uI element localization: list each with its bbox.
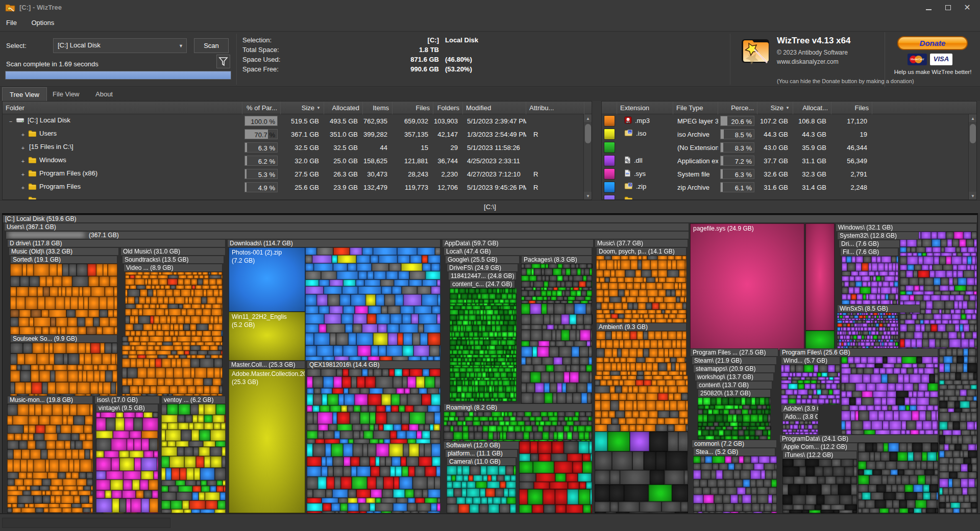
treemap-folder-bar[interactable]: Software\ (12.0 GB): [444, 441, 519, 449]
ext-header-6[interactable]: Files: [831, 102, 872, 114]
treemap-folder-bar[interactable]: D drive\ (117.8 GB): [7, 239, 226, 247]
menu-file[interactable]: File: [0, 15, 23, 27]
treemap-folder-bar[interactable]: System32\ (12.8 GB): [837, 232, 919, 240]
treemap-folder-bar[interactable]: Video ... (8.9 GB): [124, 264, 223, 272]
treemap-folder-bar[interactable]: (367.1 GB): [6, 231, 689, 239]
minimize-button[interactable]: [920, 2, 937, 13]
scroll-down-icon[interactable]: ▼: [969, 192, 977, 199]
scroll-thumb[interactable]: [970, 124, 976, 143]
treemap-folder-bar[interactable]: AppData\ (59.7 GB): [442, 239, 594, 247]
treemap-folder-bar[interactable]: workshop\ (13.7 GB): [695, 373, 774, 381]
treemap-block-pagefile.sys (24.9 GB)[interactable]: pagefile.sys (24.9 GB): [690, 223, 804, 350]
treemap-folder-bar[interactable]: Doom, psych, p... (14.1 GB): [596, 247, 687, 256]
treemap-folder-bar[interactable]: Wind... (5.7 GB): [781, 357, 840, 365]
scroll-up-icon[interactable]: ▲: [969, 114, 977, 122]
tree-row-partial[interactable]: [3, 194, 592, 200]
tree-header-3[interactable]: Allocated: [324, 102, 363, 114]
treemap-folder-bar[interactable]: Sorted\ (19.1 GB): [10, 256, 117, 264]
extension-scrollbar[interactable]: ▲ ▼: [968, 114, 976, 199]
ext-header-0[interactable]: [602, 102, 617, 114]
treemap-folder-bar[interactable]: Music-mon... (19.8 GB): [7, 396, 93, 404]
title-bar[interactable]: [C:] - WizTree ✕: [0, 0, 980, 15]
tree-row-Windows[interactable]: +Windows6.2 %32.0 GB25.0 GB158,625121,88…: [3, 154, 592, 167]
ext-row-.mp3[interactable]: MP3.mp3MPEG layer 320.6 %107.2 GB106.8 G…: [602, 114, 976, 128]
tree-row-Program Files[interactable]: +Program Files4.9 %25.6 GB23.9 GB132,479…: [3, 181, 592, 194]
treemap-block[interactable]: [805, 223, 835, 331]
treemap-block-Photos-001 (2).zip[interactable]: Photos-001 (2).zip(7.2 GB): [229, 247, 305, 312]
treemap-folder-bar[interactable]: Ado... (3.8 GB): [782, 413, 818, 421]
website-link[interactable]: www.diskanalyzer.com: [777, 58, 839, 65]
ext-header-4[interactable]: Size▼: [757, 102, 793, 114]
ext-row-partial[interactable]: [602, 194, 976, 200]
ext-header-1[interactable]: Extension: [617, 102, 673, 114]
treemap-folder-bar[interactable]: content\ (13.7 GB): [696, 381, 772, 389]
tree-row-Program Files (x86)[interactable]: +Program Files (x86)5.3 %27.5 GB26.3 GB3…: [3, 167, 592, 181]
expand-icon[interactable]: +: [20, 145, 26, 151]
treemap-folder-bar[interactable]: [C:] Local Disk (519.6 GB): [3, 215, 977, 223]
treemap-folder-bar[interactable]: Music\ (37.7 GB): [595, 239, 688, 247]
treemap-folder-bar[interactable]: Roaming\ (8.2 GB): [444, 403, 592, 412]
collapse-icon[interactable]: −: [8, 118, 14, 124]
ext-row-.zip[interactable]: Z.zipzip Archive6.1 %31.6 GB31.4 GB2,248: [602, 181, 976, 194]
drive-select-dropdown[interactable]: [C:] Local Disk ▼: [53, 38, 187, 53]
donate-button[interactable]: Donate: [897, 36, 968, 50]
tree-header-8[interactable]: Attribu...: [526, 102, 584, 114]
tab-about[interactable]: About: [88, 87, 120, 101]
ext-header-2[interactable]: File Type: [673, 102, 718, 114]
treemap-folder-bar[interactable]: Ambient\ (9.3 GB): [596, 323, 687, 331]
treemap-folder-bar[interactable]: Local\ (47.4 GB): [444, 247, 592, 256]
treemap-folder-bar[interactable]: vintage\ (9.5 GB): [96, 404, 158, 412]
maximize-button[interactable]: [939, 2, 957, 13]
ext-row-.iso[interactable]: iso.isoiso Archive8.5 %44.3 GB44.3 GB19: [602, 128, 976, 141]
treemap-folder-bar[interactable]: Dri... (7.6 GB): [839, 240, 900, 248]
treemap-block-Adobe.Master.Collection.20[interactable]: Adobe.Master.Collection.20(25.3 GB): [229, 369, 305, 513]
treemap-folder-bar[interactable]: Packages\ (8.3 GB): [521, 256, 592, 264]
scroll-down-icon[interactable]: ▼: [584, 192, 592, 199]
treemap-folder-bar[interactable]: ProgramData\ (24.1 GB): [779, 435, 938, 443]
tree-row-[15 Files in C:\][interactable]: +[15 Files in C:\]6.3 %32.5 GB32.5 GB441…: [3, 141, 592, 154]
treemap[interactable]: pagefile.sys (24.9 GB)Photos-001 (2).zip…: [3, 215, 977, 513]
treemap-folder-bar[interactable]: Program Files ... (27.5 GB): [690, 348, 778, 357]
treemap-folder-bar[interactable]: Fil... (7.6 GB): [840, 248, 898, 256]
tree-row-Users[interactable]: +Users70.7 %367.1 GB351.0 GB399,282357,1…: [3, 128, 592, 141]
tree-row-[C:] Local Disk[interactable]: −[C:] Local Disk100.0 %519.5 GB493.5 GB7…: [3, 114, 592, 128]
treemap-folder-bar[interactable]: Soulseek So... (9.9 GB): [10, 335, 117, 343]
treemap-folder-bar[interactable]: content_c... (24.7 GB): [450, 280, 515, 288]
ext-row-.sys[interactable]: .sysSystem file6.3 %32.6 GB32.3 GB2,791: [602, 167, 976, 181]
treemap-folder-bar[interactable]: Music (Old)\ (33.2 GB): [9, 247, 119, 256]
treemap-folder-bar[interactable]: isos\ (17.0 GB): [94, 396, 160, 404]
scan-button[interactable]: Scan: [194, 38, 229, 53]
treemap-folder-bar[interactable]: Program Files\ (25.6 GB): [779, 348, 938, 357]
treemap-folder-bar[interactable]: Apple Com... (12.2 GB): [781, 443, 857, 451]
treemap-folder-bar[interactable]: Downloads\ (114.7 GB): [227, 239, 440, 247]
ext-header-5[interactable]: Allocat...: [793, 102, 831, 114]
treemap-folder-bar[interactable]: Soundtracks\ (13.5 GB): [122, 256, 224, 264]
tree-header-2[interactable]: Size▼: [281, 102, 324, 114]
tab-tree-view[interactable]: Tree View: [2, 87, 47, 101]
ext-header-3[interactable]: Perce...: [718, 102, 757, 114]
treemap-folder-bar[interactable]: QEX19812016\ (14.4 GB): [307, 361, 440, 369]
treemap-folder-bar[interactable]: 250820\ (13.7 GB): [698, 389, 771, 397]
tree-header-1[interactable]: % of Par...: [242, 102, 281, 114]
treemap-folder-bar[interactable]: ventoy ... (6.2 GB): [161, 396, 226, 404]
scroll-up-icon[interactable]: ▲: [584, 114, 592, 122]
expand-icon[interactable]: +: [20, 185, 26, 191]
tree-header-4[interactable]: Items: [363, 102, 393, 114]
treemap-folder-bar[interactable]: Adobe\ (3.9 GB): [781, 404, 819, 413]
ext-row-(No Extension)[interactable]: (No Extension)8.3 %43.0 GB35.9 GB46,344: [602, 141, 976, 154]
tree-header-0[interactable]: Folder: [3, 102, 242, 114]
treemap-folder-bar[interactable]: platform... (11.1 GB): [445, 449, 518, 458]
close-button[interactable]: ✕: [959, 2, 976, 13]
treemap-folder-bar[interactable]: DriveFS\ (24.9 GB): [447, 264, 518, 272]
treemap-folder-bar[interactable]: iTunes\ (12.2 GB): [782, 451, 857, 459]
treemap-folder-bar[interactable]: Old Music\ (31.0 GB): [120, 247, 226, 256]
treemap-folder-bar[interactable]: steamapps\ (20.9 GB): [693, 365, 775, 373]
treemap-folder-bar[interactable]: Stea... (5.2 GB): [693, 448, 775, 456]
tree-header-6[interactable]: Folders: [433, 102, 463, 114]
breadcrumb[interactable]: [C:\]: [0, 200, 980, 211]
expand-icon[interactable]: +: [20, 132, 26, 138]
treemap-folder-bar[interactable]: Users\ (367.1 GB): [4, 223, 689, 231]
menu-options[interactable]: Options: [25, 15, 60, 27]
treemap-block-Win11_22H2_Englis[interactable]: Win11_22H2_Englis(5.2 GB): [229, 312, 305, 361]
treemap-folder-bar[interactable]: common\ (7.2 GB): [692, 440, 777, 448]
